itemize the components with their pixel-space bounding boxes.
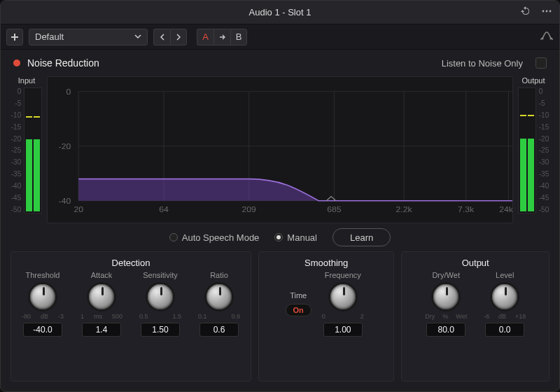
- output-meter-label: Output: [522, 76, 545, 85]
- titlebar: Audio 1 - Slot 1: [1, 1, 559, 24]
- attack-label: Attack: [91, 271, 113, 279]
- drywet-knob[interactable]: [431, 282, 461, 312]
- sensitivity-value[interactable]: 1.50: [141, 323, 180, 337]
- plugin-name: Noise Reduction: [27, 57, 99, 69]
- compare-b-button[interactable]: B: [230, 29, 247, 46]
- detection-panel: Detection Threshold -80 dB -3 -40.0 Atta…: [10, 251, 251, 382]
- learn-button[interactable]: Learn: [332, 228, 391, 246]
- detection-panel-title: Detection: [112, 258, 150, 268]
- input-meter-label: Input: [18, 76, 35, 85]
- smoothing-frequency-value[interactable]: 1.00: [323, 323, 363, 337]
- manual-mode-radio[interactable]: Manual: [274, 232, 317, 243]
- smoothing-time-label: Time: [290, 291, 307, 300]
- smoothing-panel-title: Smoothing: [304, 258, 348, 268]
- auto-speech-mode-radio[interactable]: Auto Speech Mode: [169, 232, 260, 243]
- chevron-down-icon: [134, 31, 141, 42]
- svg-point-0: [542, 10, 545, 13]
- toolbar: Default A B: [1, 24, 559, 50]
- svg-text:-20: -20: [59, 141, 71, 151]
- undo-history-icon[interactable]: [520, 6, 531, 19]
- spectrum-graph[interactable]: 0 -20 -40 20 64 209 685 2.2k 7.3k 24k: [47, 76, 513, 223]
- attack-knob[interactable]: [87, 282, 116, 312]
- threshold-knob[interactable]: [28, 282, 57, 312]
- plugin-header: Noise Reduction Listen to Noise Only: [1, 50, 559, 76]
- learn-button-label: Learn: [350, 232, 373, 243]
- add-preset-button[interactable]: [6, 29, 23, 46]
- preset-select-label: Default: [35, 31, 64, 42]
- output-panel: Output Dry/Wet Dry % Wet 80.0 Level: [401, 251, 550, 382]
- bypass-indicator-icon[interactable]: [13, 59, 20, 66]
- svg-point-2: [550, 10, 552, 13]
- attack-value[interactable]: 1.4: [82, 323, 121, 337]
- svg-point-3: [542, 38, 544, 40]
- sensitivity-label: Sensitivity: [143, 271, 178, 279]
- threshold-value[interactable]: -40.0: [23, 323, 62, 337]
- svg-text:-40: -40: [59, 196, 71, 206]
- next-preset-button[interactable]: [170, 29, 187, 46]
- svg-text:64: 64: [159, 205, 169, 215]
- prev-preset-button[interactable]: [153, 29, 170, 46]
- svg-point-1: [546, 10, 548, 13]
- svg-point-4: [550, 38, 552, 40]
- preset-select[interactable]: Default: [29, 29, 148, 46]
- drywet-label: Dry/Wet: [432, 271, 460, 279]
- svg-text:209: 209: [242, 205, 256, 215]
- auto-speech-mode-label: Auto Speech Mode: [182, 232, 260, 243]
- mode-row: Auto Speech Mode Manual Learn: [1, 223, 559, 251]
- level-label: Level: [496, 271, 514, 279]
- listen-only-checkbox[interactable]: [536, 57, 547, 69]
- svg-text:24k: 24k: [499, 205, 512, 215]
- threshold-label: Threshold: [26, 271, 60, 279]
- svg-text:20: 20: [74, 205, 84, 215]
- automation-icon[interactable]: [540, 31, 554, 43]
- more-options-icon[interactable]: [541, 6, 552, 19]
- smoothing-time-toggle[interactable]: On: [286, 304, 312, 316]
- svg-text:685: 685: [327, 205, 342, 215]
- level-value[interactable]: 0.0: [485, 323, 524, 337]
- copy-a-to-b-button[interactable]: [214, 29, 230, 46]
- ratio-knob[interactable]: [204, 282, 234, 312]
- input-meter: Input 0-5-10-15-20-25-30-35-40-45-50: [13, 76, 40, 223]
- smoothing-panel: Smoothing Time On Frequency 0 2 1.00: [258, 251, 394, 382]
- drywet-value[interactable]: 80.0: [426, 323, 465, 337]
- listen-only-label: Listen to Noise Only: [442, 58, 523, 69]
- svg-text:7.3k: 7.3k: [458, 205, 474, 215]
- level-knob[interactable]: [490, 282, 519, 312]
- output-panel-title: Output: [462, 258, 489, 268]
- window-title: Audio 1 - Slot 1: [249, 7, 312, 18]
- ratio-label: Ratio: [210, 271, 228, 279]
- manual-mode-label: Manual: [287, 232, 317, 243]
- svg-text:0: 0: [66, 87, 71, 97]
- ratio-value[interactable]: 0.6: [200, 323, 239, 337]
- output-meter: Output 0-5-10-15-20-25-30-35-40-45-50: [520, 76, 547, 223]
- smoothing-frequency-label: Frequency: [325, 271, 361, 279]
- compare-a-button[interactable]: A: [197, 29, 214, 46]
- sensitivity-knob[interactable]: [146, 282, 175, 312]
- smoothing-frequency-knob[interactable]: [328, 282, 358, 312]
- svg-text:2.2k: 2.2k: [396, 205, 412, 215]
